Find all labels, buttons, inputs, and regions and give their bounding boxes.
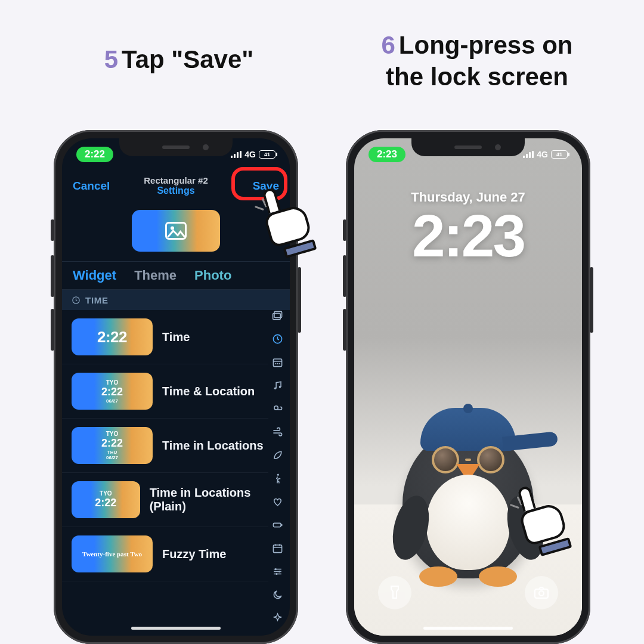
svg-rect-14 [273,523,281,527]
sliders-icon[interactable] [272,566,283,577]
section-time: TIME [62,290,290,310]
date-icon[interactable] [272,357,283,368]
svg-point-10 [274,387,276,389]
tab-theme[interactable]: Theme [134,268,177,283]
tab-photo[interactable]: Photo [194,268,231,283]
battery-icon[interactable] [272,519,283,531]
svg-point-12 [274,406,277,410]
network-label: 4G [537,150,548,159]
svg-point-18 [278,571,280,572]
camera-icon [534,586,549,599]
svg-point-1 [171,227,174,230]
svg-point-13 [277,474,278,476]
cancel-button[interactable]: Cancel [73,179,110,193]
leaf-icon[interactable] [272,450,283,461]
widget-thumb: TYO 2:22 [72,481,140,518]
widget-thumb: 2:22 [72,318,153,355]
status-time: 2:22 [76,147,113,162]
widget-thumb: Twenty-five past Two [72,535,153,572]
tap-indicator-icon [506,489,577,566]
notch [411,138,525,156]
home-indicator[interactable] [131,627,221,630]
widget-label: Time [162,330,190,344]
sparkle-icon[interactable] [272,612,283,624]
widget-label: Time & Location [162,385,255,398]
svg-point-11 [278,386,281,388]
svg-point-8 [277,363,278,364]
list-item[interactable]: Twenty-five past Two Fuzzy Time [62,527,268,581]
music-icon[interactable] [272,380,283,391]
walk-icon[interactable] [272,473,283,484]
svg-point-7 [275,363,276,364]
widget-preview[interactable] [132,210,220,252]
widget-label: Time in Locations (Plain) [150,486,268,513]
image-icon [165,222,187,240]
status-time: 2:23 [369,147,405,162]
lock-time: 2:23 [354,202,582,270]
moon-icon[interactable] [272,589,283,600]
tab-widget[interactable]: Widget [73,268,116,283]
network-label: 4G [244,150,256,159]
svg-rect-6 [273,359,281,367]
notch [119,138,233,156]
weather-icon[interactable] [272,403,283,414]
calendar-icon[interactable] [272,543,283,554]
camera-button[interactable] [525,576,558,609]
widget-label: Fuzzy Time [162,547,226,561]
widget-thumb: TYO 2:22 THU 06/27 [72,427,153,464]
flashlight-icon [388,585,401,600]
list-item[interactable]: TYO 2:22 THU 06/27 Time in Locations [62,419,268,473]
gallery-icon[interactable] [272,310,283,321]
battery-icon: 41 [259,150,275,159]
caption-step-5: 5Tap "Save" [54,44,304,76]
heart-icon[interactable] [272,496,283,507]
category-rail [270,310,285,624]
svg-rect-15 [281,524,282,526]
signal-icon [231,151,242,158]
phone-lock-screen: 2:23 4G 41 Thursday, June 27 2:23 [346,130,590,644]
svg-point-21 [539,591,544,596]
flashlight-button[interactable] [378,576,411,609]
list-item[interactable]: 2:22 Time [62,310,268,364]
svg-point-19 [275,573,277,575]
widget-list[interactable]: 2:22 Time TYO 2:22 06/27 Time & Location… [62,310,268,636]
list-item[interactable]: TYO 2:22 Time in Locations (Plain) [62,473,268,527]
svg-rect-16 [273,545,281,553]
signal-icon [523,151,534,158]
clock-icon[interactable] [272,333,283,345]
caption-step-6: 6Long-press on the lock screen [334,30,620,92]
svg-point-9 [278,363,280,364]
wind-icon[interactable] [272,426,283,438]
tap-indicator-icon [250,191,322,268]
widget-thumb: TYO 2:22 06/27 [72,373,153,410]
clock-icon [72,296,80,305]
battery-icon: 41 [551,150,568,159]
widget-label: Time in Locations [162,439,264,453]
list-item[interactable]: TYO 2:22 06/27 Time & Location [62,364,268,419]
home-indicator[interactable] [423,627,513,630]
svg-point-17 [274,568,276,570]
